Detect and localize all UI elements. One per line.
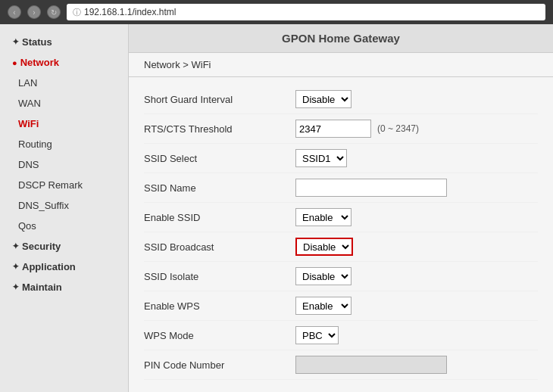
form-row-pin-code-number: PIN Code Number — [144, 350, 538, 380]
browser-bar: ‹ › ↻ ⓘ 192.168.1.1/index.html — [0, 0, 553, 24]
address-text: 192.168.1.1/index.html — [84, 7, 176, 17]
lock-icon: ⓘ — [73, 7, 81, 18]
sidebar-item-wan[interactable]: WAN — [0, 93, 128, 114]
enable-wps-select[interactable]: EnableDisable — [295, 297, 351, 315]
form-label-ssid-broadcast: SSID Broadcast — [144, 241, 295, 253]
form-control-enable-wps: EnableDisable — [295, 297, 351, 315]
sidebar-item-dns_suffix[interactable]: DNS_Suffix — [0, 195, 128, 216]
form-row-ssid-name: SSID Name — [144, 173, 538, 203]
sidebar-item-lan[interactable]: LAN — [0, 73, 128, 93]
form-control-rts-cts-threshold: (0 ~ 2347) — [295, 120, 419, 138]
ssid-select-select[interactable]: SSID1SSID2 — [295, 149, 347, 167]
form-control-ssid-broadcast: DisableEnable — [295, 238, 353, 256]
form-label-pin-code-number: PIN Code Number — [144, 359, 295, 371]
form-control-short-guard-interval: DisableEnable — [295, 90, 351, 108]
sidebar-item-label: Network — [20, 57, 59, 68]
bullet-icon: ✦ — [12, 282, 19, 292]
main-content: GPON Home Gateway Network > WiFi Short G… — [129, 24, 553, 392]
form-label-ssid-name: SSID Name — [144, 182, 295, 194]
sidebar-item-qos[interactable]: Qos — [0, 216, 128, 236]
form-label-enable-ssid: Enable SSID — [144, 212, 295, 223]
sidebar-item-label: Maintain — [22, 282, 62, 293]
reload-button[interactable]: ↻ — [47, 5, 61, 19]
form-label-enable-wps: Enable WPS — [144, 300, 295, 312]
sidebar-item-label: DNS_Suffix — [18, 200, 69, 211]
address-bar[interactable]: ⓘ 192.168.1.1/index.html — [67, 4, 545, 20]
form-row-ssid-isolate: SSID IsolateDisableEnable — [144, 262, 538, 291]
sidebar-item-label: WiFi — [18, 118, 39, 129]
sidebar-item-label: DSCP Remark — [18, 179, 83, 191]
pin-code-number-input — [295, 356, 447, 374]
form-row-short-guard-interval: Short Guard IntervalDisableEnable — [144, 85, 538, 114]
page-title: GPON Home Gateway — [129, 24, 553, 53]
sidebar-item-label: DNS — [18, 159, 39, 170]
form-row-rts-cts-threshold: RTS/CTS Threshold(0 ~ 2347) — [144, 114, 538, 144]
ssid-name-input[interactable] — [295, 179, 447, 197]
sidebar-item-status[interactable]: ✦Status — [0, 32, 128, 52]
sidebar: ✦Status●NetworkLANWANWiFiRoutingDNSDSCP … — [0, 24, 129, 392]
sidebar-item-label: Qos — [18, 220, 36, 232]
breadcrumb: Network > WiFi — [129, 53, 553, 77]
form-row-enable-ssid: Enable SSIDEnableDisable — [144, 203, 538, 232]
sidebar-item-label: Routing — [18, 138, 52, 150]
sidebar-item-label: Application — [22, 261, 76, 272]
sidebar-item-maintain[interactable]: ✦Maintain — [0, 277, 128, 297]
rts-cts-threshold-input[interactable] — [295, 120, 371, 138]
bullet-icon: ✦ — [12, 37, 19, 47]
form-control-ssid-name — [295, 179, 447, 197]
sidebar-item-application[interactable]: ✦Application — [0, 257, 128, 277]
sidebar-item-wifi[interactable]: WiFi — [0, 114, 128, 134]
enable-ssid-select[interactable]: EnableDisable — [295, 208, 351, 226]
ssid-broadcast-select[interactable]: DisableEnable — [295, 238, 353, 256]
bullet-icon: ● — [12, 58, 17, 67]
sidebar-item-dscp[interactable]: DSCP Remark — [0, 175, 128, 195]
bullet-icon: ✦ — [12, 262, 19, 272]
form-control-ssid-isolate: DisableEnable — [295, 267, 351, 285]
form-label-wps-mode: WPS Mode — [144, 330, 295, 341]
form-row-wps-mode: WPS ModePBCPIN — [144, 321, 538, 350]
form-row-enable-wps: Enable WPSEnableDisable — [144, 291, 538, 321]
sidebar-item-label: Security — [22, 241, 61, 252]
sidebar-item-label: LAN — [18, 77, 37, 89]
sidebar-item-routing[interactable]: Routing — [0, 134, 128, 154]
short-guard-interval-select[interactable]: DisableEnable — [295, 90, 351, 108]
sidebar-item-label: Status — [22, 36, 52, 48]
form-control-ssid-select: SSID1SSID2 — [295, 149, 347, 167]
forward-button[interactable]: › — [27, 5, 41, 19]
form-label-ssid-isolate: SSID Isolate — [144, 271, 295, 282]
back-button[interactable]: ‹ — [8, 5, 21, 19]
form-label-rts-cts-threshold: RTS/CTS Threshold — [144, 123, 295, 135]
form-control-wps-mode: PBCPIN — [295, 326, 339, 344]
sidebar-item-security[interactable]: ✦Security — [0, 236, 128, 257]
wps-mode-select[interactable]: PBCPIN — [295, 326, 339, 344]
form-row-ssid-broadcast: SSID BroadcastDisableEnable — [144, 232, 538, 262]
form-label-short-guard-interval: Short Guard Interval — [144, 94, 295, 105]
form-row-ssid-select: SSID SelectSSID1SSID2 — [144, 144, 538, 173]
ssid-isolate-select[interactable]: DisableEnable — [295, 267, 351, 285]
bullet-icon: ✦ — [12, 241, 19, 251]
sidebar-item-network[interactable]: ●Network — [0, 52, 128, 73]
rts-cts-threshold-hint: (0 ~ 2347) — [377, 123, 419, 134]
form-control-enable-ssid: EnableDisable — [295, 208, 351, 226]
form-control-pin-code-number — [295, 356, 447, 374]
sidebar-item-dns[interactable]: DNS — [0, 154, 128, 175]
sidebar-item-label: WAN — [18, 98, 41, 109]
form-area: Short Guard IntervalDisableEnableRTS/CTS… — [129, 77, 553, 392]
form-label-ssid-select: SSID Select — [144, 153, 295, 164]
